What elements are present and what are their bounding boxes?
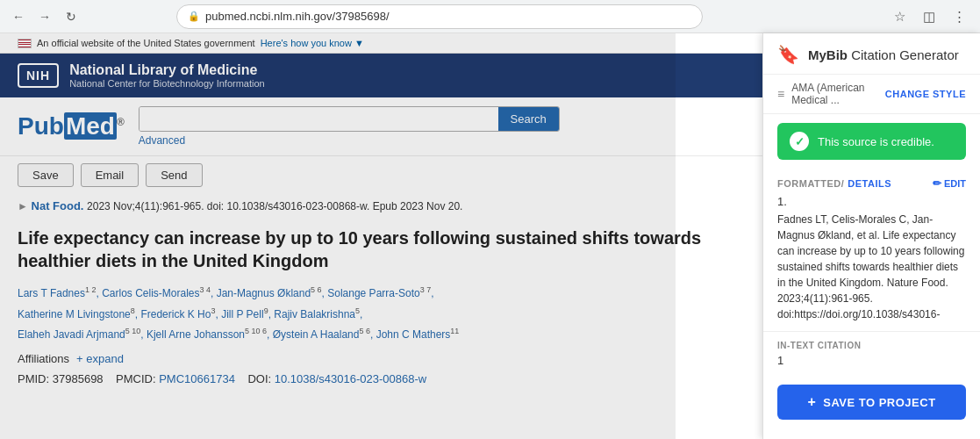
credible-text: This source is credible. (818, 135, 934, 148)
author-frederick[interactable]: Frederick K Ho (140, 308, 211, 320)
plus-icon: + (807, 394, 816, 410)
citation-text: 2023 Nov;4(11):961-965. doi: 10.1038/s43… (87, 200, 462, 212)
menu-button[interactable]: ⋮ (947, 4, 971, 29)
nih-badge: NIH (18, 63, 59, 88)
style-icon: ≡ (777, 87, 784, 101)
lock-icon: 🔒 (188, 11, 200, 22)
intext-section: IN-TEXT CITATION 1 (763, 331, 980, 372)
doi-link[interactable]: 10.1038/s43016-023-00868-w (275, 372, 426, 385)
edit-button[interactable]: ✏ EDIT (933, 177, 966, 190)
nih-text: National Library of Medicine National Ce… (69, 62, 265, 89)
citation-journal: Nat Food. (32, 199, 84, 212)
author-oystein[interactable]: Øystein A Haaland (273, 328, 360, 341)
nih-header: NIH National Library of Medicine Nationa… (0, 54, 762, 97)
credible-badge: ✓ This source is credible. (777, 123, 966, 160)
formatted-label: FORMATTED/DETAILS ✏ EDIT (777, 177, 966, 190)
author-solange[interactable]: Solange Parra-Soto (327, 287, 419, 299)
formatted-section: FORMATTED/DETAILS ✏ EDIT 1. Fadnes LT, C… (763, 169, 980, 327)
article-title: Life expectancy can increase by up to 10… (0, 218, 762, 279)
mybib-bookmark-icon: 🔖 (777, 44, 799, 65)
extensions-button[interactable]: ◫ (917, 4, 941, 29)
author-carlos[interactable]: Carlos Celis-Morales (102, 287, 199, 299)
reload-button[interactable]: ↻ (61, 7, 81, 26)
pmid-line: PMID: 37985698 PMCID: PMC10661734 DOI: 1… (0, 369, 762, 389)
change-style-button[interactable]: CHANGE STYLE (885, 89, 966, 99)
nih-title: National Library of Medicine (69, 62, 265, 78)
browser-chrome: ← → ↻ 🔒 pubmed.ncbi.nlm.nih.gov/37985698… (0, 0, 980, 33)
chrome-icon-group: ☆ ◫ ⋮ (887, 4, 971, 29)
author-lars[interactable]: Lars T Fadnes (18, 287, 85, 299)
expand-link[interactable]: + expand (76, 352, 124, 365)
author-rajiv[interactable]: Rajiv Balakrishna (274, 308, 355, 320)
pmid-label: PMID: (18, 372, 49, 385)
citation-body: Fadnes LT, Celis-Morales C, Jan-Magnus Ø… (777, 212, 966, 322)
save-button[interactable]: Save (18, 163, 74, 187)
doi-label: DOI: (247, 372, 271, 385)
search-input[interactable] (139, 107, 498, 131)
details-link[interactable]: DETAILS (848, 178, 891, 189)
citation-meta: ► Nat Food. 2023 Nov;4(11):961-965. doi:… (0, 194, 762, 218)
feedback-section: If you have any feedback for us, or just… (763, 428, 980, 439)
author-john[interactable]: John C Mathers (376, 328, 451, 341)
authors-list: Lars T Fadnes1 2, Carlos Celis-Morales3 … (0, 279, 762, 349)
pmcid-link[interactable]: PMC10661734 (159, 372, 238, 385)
author-elaheh[interactable]: Elaheh Javadi Arjmand (18, 328, 125, 341)
gov-banner-text: An official website of the United States… (37, 38, 255, 48)
pubmed-logo: PubMed® (18, 112, 125, 140)
mybib-title: MyBib Citation Generator (808, 47, 959, 62)
mybib-header: 🔖 MyBib Citation Generator (763, 33, 980, 75)
search-input-wrap: Search (139, 106, 560, 132)
affiliations-label: Affiliations (18, 352, 69, 365)
pubmed-area: PubMed® Search Advanced (0, 97, 762, 156)
forward-button[interactable]: → (35, 7, 54, 26)
us-flag (18, 39, 32, 48)
save-to-project-button[interactable]: + SAVE TO PROJECT (777, 385, 966, 420)
credible-check-icon: ✓ (790, 132, 809, 151)
mybib-panel: 🔖 MyBib Citation Generator ≡ AMA (Americ… (762, 33, 980, 439)
search-box: Search Advanced (139, 106, 560, 147)
email-button[interactable]: Email (81, 163, 139, 187)
pmcid-label: PMCID: (116, 372, 156, 385)
action-buttons: Save Email Send (0, 156, 762, 194)
advanced-link[interactable]: Advanced (139, 134, 560, 147)
main-content: An official website of the United States… (0, 33, 980, 439)
search-button[interactable]: Search (498, 107, 559, 131)
author-kjell[interactable]: Kjell Arne Johansson (147, 328, 245, 341)
gov-banner: An official website of the United States… (0, 33, 762, 54)
address-bar[interactable]: 🔒 pubmed.ncbi.nlm.nih.gov/37985698/ (176, 4, 703, 29)
mybib-style-row: ≡ AMA (American Medical ... CHANGE STYLE (763, 75, 980, 114)
back-button[interactable]: ← (9, 7, 28, 26)
author-jan[interactable]: Jan-Magnus Økland (217, 287, 311, 299)
send-button[interactable]: Send (146, 163, 202, 187)
url-text: pubmed.ncbi.nlm.nih.gov/37985698/ (205, 10, 390, 23)
gov-banner-link[interactable]: Here's how you know ▼ (261, 38, 364, 48)
nih-logo: NIH National Library of Medicine Nationa… (18, 62, 265, 89)
citation-number: 1. (777, 195, 966, 208)
affiliations: Affiliations + expand (0, 349, 762, 369)
website-content: An official website of the United States… (0, 33, 762, 439)
mybib-style-label: AMA (American Medical ... (791, 82, 878, 106)
nih-subtitle: National Center for Biotechnology Inform… (69, 78, 265, 89)
author-katherine[interactable]: Katherine M Livingstone (18, 308, 131, 320)
intext-label: IN-TEXT CITATION (777, 341, 966, 350)
intext-value: 1 (777, 354, 966, 367)
star-button[interactable]: ☆ (887, 4, 912, 29)
pmid-value: 37985698 (53, 372, 104, 385)
author-jill[interactable]: Jill P Pell (221, 308, 263, 320)
